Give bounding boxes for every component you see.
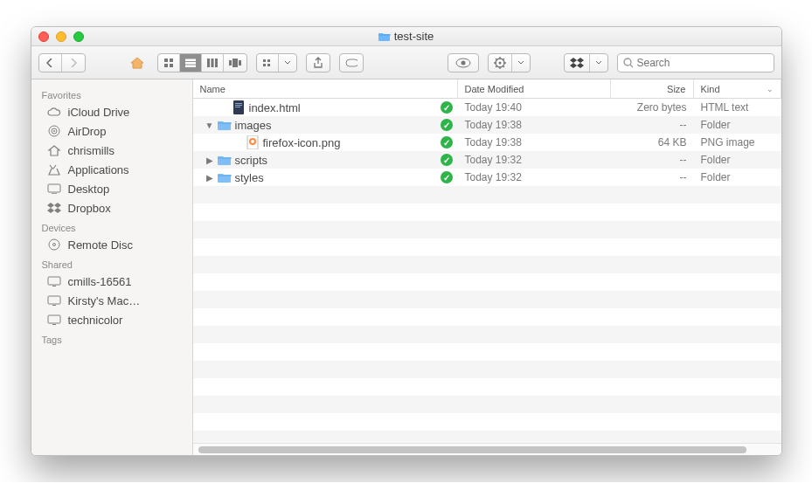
file-row[interactable]: firefox-icon.pngToday 19:3864 KBPNG imag… [193,134,781,151]
airdrop-icon [47,124,61,138]
chevron-down-icon [279,54,296,72]
desktop-icon [47,182,61,196]
svg-rect-41 [48,296,60,304]
sidebar-item-label: Kirsty's Mac… [68,294,141,307]
svg-rect-10 [229,60,232,66]
disclosure-triangle[interactable]: ▶ [205,173,214,183]
sidebar-item[interactable]: chrismills [31,141,192,160]
disclosure-triangle[interactable]: ▼ [205,121,214,130]
zoom-button[interactable] [73,31,84,42]
dropbox-menu-button[interactable] [564,53,608,72]
file-kind: HTML text [694,101,781,114]
svg-rect-43 [48,315,60,323]
svg-rect-11 [232,59,238,67]
svg-rect-14 [267,59,270,62]
window-body: FavoritesiCloud DriveAirDropchrismillsAp… [31,79,781,455]
svg-rect-46 [235,103,242,104]
svg-rect-3 [170,64,173,67]
sidebar-item[interactable]: Applications [31,160,192,179]
view-coverflow-button[interactable] [224,54,246,72]
search-input[interactable] [637,57,768,69]
svg-rect-9 [215,59,218,67]
file-size: -- [611,171,694,183]
file-size: 64 KB [611,136,694,148]
svg-rect-1 [170,59,173,62]
sidebar-item-label: cmills-16561 [68,275,132,288]
svg-line-29 [503,59,504,60]
sidebar: FavoritesiCloud DriveAirDropchrismillsAp… [31,79,193,455]
file-name: scripts [235,154,268,167]
sidebar-section-label: Favorites [31,85,192,102]
disclosure-triangle[interactable]: ▶ [205,155,214,165]
file-name: firefox-icon.png [263,136,341,149]
file-row[interactable]: ▶stylesToday 19:32--Folder [193,169,781,186]
quicklook-button[interactable] [448,53,479,72]
window-title-text: test-site [394,30,434,43]
action-menu-button[interactable] [488,53,531,72]
file-row[interactable]: ▼imagesToday 19:38--Folder [193,116,781,134]
back-button[interactable] [39,54,62,72]
folder-file-icon [218,153,232,167]
file-size: Zero bytes [611,101,694,114]
file-row[interactable]: ▶scriptsToday 19:32--Folder [193,151,781,169]
svg-rect-12 [239,60,241,66]
svg-rect-17 [346,59,357,66]
svg-rect-8 [211,59,213,67]
svg-point-30 [624,59,631,66]
share-button[interactable] [306,53,330,72]
sidebar-item-label: technicolor [68,314,123,327]
arrange-menu[interactable] [256,53,297,72]
svg-rect-5 [185,62,196,64]
svg-rect-4 [185,59,196,61]
chevron-down-icon [512,54,530,72]
column-headers: Name Date Modified Size Kind⌄ [193,79,781,99]
svg-rect-44 [52,324,56,325]
sidebar-item-label: chrismills [68,144,115,157]
sidebar-item[interactable]: Kirsty's Mac… [31,291,192,310]
html-file-icon [232,100,246,114]
view-icons-button[interactable] [158,54,180,72]
window-controls [38,31,84,42]
column-kind[interactable]: Kind⌄ [694,79,781,98]
horizontal-scrollbar[interactable] [193,443,781,455]
home-button[interactable] [124,53,149,72]
svg-rect-48 [235,107,240,107]
monitor-icon [47,313,61,327]
scroll-thumb[interactable] [198,446,746,453]
view-list-button[interactable] [180,54,202,72]
sidebar-item[interactable]: Dropbox [31,198,192,217]
sidebar-item[interactable]: iCloud Drive [31,102,192,121]
search-field[interactable] [617,53,774,72]
sidebar-item-label: Remote Disc [68,238,133,252]
nav-back-forward [38,53,86,72]
file-date: Today 19:40 [458,101,611,114]
column-name[interactable]: Name [193,79,458,98]
view-columns-button[interactable] [202,54,224,72]
home-icon [47,143,61,157]
file-name: images [235,119,272,132]
file-size: -- [611,154,694,166]
file-row[interactable]: index.htmlToday 19:40Zero bytesHTML text [193,99,781,116]
file-kind: Folder [694,119,781,131]
disc-icon [47,238,61,252]
file-date: Today 19:32 [458,171,611,183]
sync-status-icon [441,171,453,183]
sidebar-item[interactable]: cmills-16561 [31,272,192,291]
column-size[interactable]: Size [611,79,694,98]
sidebar-section-label: Tags [31,329,192,347]
sidebar-item[interactable]: Desktop [31,179,192,198]
sidebar-item[interactable]: AirDrop [31,121,192,141]
close-button[interactable] [38,31,49,42]
file-list[interactable]: index.htmlToday 19:40Zero bytesHTML text… [193,99,781,443]
file-browser: Name Date Modified Size Kind⌄ index.html… [193,79,781,455]
sidebar-item[interactable]: Remote Disc [31,235,192,254]
minimize-button[interactable] [56,31,66,42]
sidebar-item-label: AirDrop [68,125,107,138]
svg-point-19 [461,60,465,65]
tags-button[interactable] [339,53,364,72]
svg-rect-16 [267,64,270,66]
column-date[interactable]: Date Modified [458,79,611,98]
forward-button[interactable] [62,54,85,72]
sidebar-item[interactable]: technicolor [31,310,192,329]
svg-rect-15 [263,64,266,66]
